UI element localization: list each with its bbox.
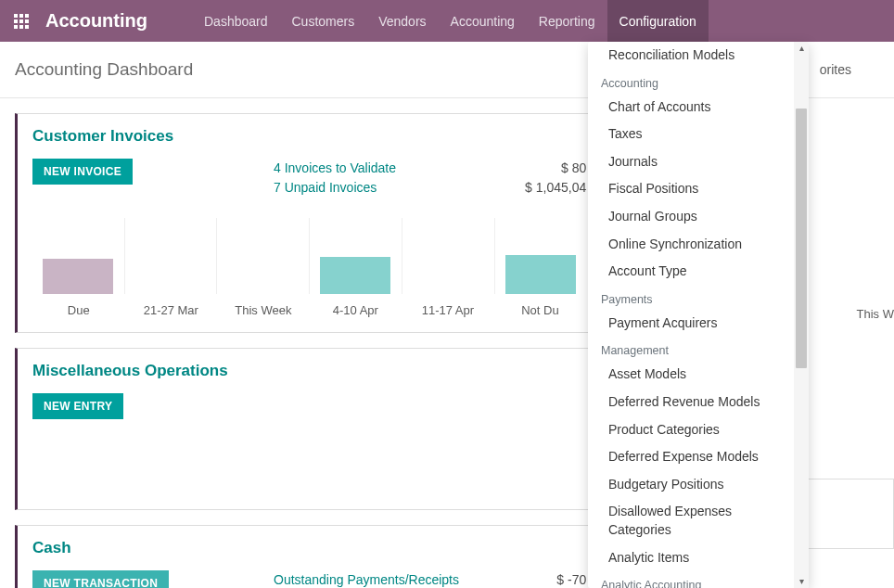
menu-item[interactable]: Journals (588, 148, 809, 176)
chart-slot (309, 218, 402, 294)
nav-item-reporting[interactable]: Reporting (527, 0, 607, 42)
chart-bar (43, 259, 113, 294)
mini-chart-labels: Due21-27 MarThis Week4-10 Apr11-17 AprNo… (32, 303, 586, 317)
chart-label: 21-27 Mar (125, 303, 218, 317)
svg-rect-2 (25, 14, 29, 18)
scroll-down-arrow[interactable]: ▾ (797, 577, 806, 586)
menu-item[interactable]: Product Categories (588, 416, 809, 444)
new-entry-button[interactable]: NEW ENTRY (32, 393, 123, 419)
card-cash: Cash NEW TRANSACTION Outstanding Payment… (15, 525, 602, 588)
svg-rect-6 (14, 25, 18, 29)
svg-rect-5 (25, 19, 29, 23)
menu-item[interactable]: Journal Groups (588, 203, 809, 231)
nav-item-customers[interactable]: Customers (280, 0, 367, 42)
menu-item[interactable]: Budgetary Positions (588, 471, 809, 499)
svg-rect-8 (25, 25, 29, 29)
menu-item[interactable]: Fiscal Positions (588, 175, 809, 203)
menu-section-header: Accounting (588, 70, 809, 94)
amount: $ -70 (478, 570, 586, 588)
new-invoice-button[interactable]: NEW INVOICE (32, 159, 133, 185)
svg-rect-7 (19, 25, 23, 29)
chart-slot (216, 218, 309, 294)
scrollbar[interactable]: ▴ ▾ (794, 42, 809, 588)
card-customer-invoices: Customer Invoices NEW INVOICE 4 Invoices… (15, 113, 602, 333)
chart-slot (32, 218, 124, 294)
chart-slot (124, 218, 217, 294)
amount: $ 1,045,04 (478, 178, 586, 198)
scroll-up-arrow[interactable]: ▴ (797, 44, 806, 53)
chart-slot (494, 218, 587, 294)
menu-item[interactable]: Payment Acquirers (588, 310, 809, 338)
svg-rect-3 (14, 19, 18, 23)
nav-item-vendors[interactable]: Vendors (366, 0, 438, 42)
menu-section-header: Payments (588, 286, 809, 310)
menu-item[interactable]: Chart of Accounts (588, 94, 809, 121)
stat-link[interactable]: Outstanding Payments/Receipts (274, 570, 478, 588)
chart-label: 4-10 Apr (310, 303, 402, 317)
nav-items: DashboardCustomersVendorsAccountingRepor… (192, 0, 709, 42)
menu-item[interactable]: Reconciliation Models (588, 42, 809, 70)
chart-label: Not Du (494, 303, 587, 317)
new-transaction-button[interactable]: NEW TRANSACTION (32, 570, 169, 588)
favorites-chip[interactable]: orites (820, 62, 879, 77)
apps-icon[interactable] (0, 0, 42, 42)
page-title: Accounting Dashboard (15, 59, 193, 80)
menu-item[interactable]: Taxes (588, 121, 809, 148)
menu-item[interactable]: Online Synchronization (588, 231, 809, 259)
scroll-thumb[interactable] (796, 109, 807, 368)
chart-slot (402, 218, 494, 294)
menu-item[interactable]: Deferred Expense Models (588, 443, 809, 471)
app-brand[interactable]: Accounting (42, 10, 164, 32)
svg-rect-0 (14, 14, 18, 18)
menu-item[interactable]: Analytic Items (588, 544, 809, 572)
menu-item[interactable]: Asset Models (588, 361, 809, 389)
card-title: Miscellaneous Operations (32, 362, 586, 380)
card-misc-operations: Miscellaneous Operations NEW ENTRY (15, 348, 602, 510)
nav-item-dashboard[interactable]: Dashboard (192, 0, 280, 42)
stat-link[interactable]: 7 Unpaid Invoices (274, 178, 478, 198)
nav-item-configuration[interactable]: Configuration (607, 0, 709, 42)
chart-bar (320, 257, 390, 294)
svg-rect-1 (19, 14, 23, 18)
chart-label: Due (32, 303, 125, 317)
chart-label: This Week (217, 303, 310, 317)
configuration-dropdown: Reconciliation ModelsAccountingChart of … (588, 42, 809, 588)
card-title: Customer Invoices (32, 127, 586, 146)
stat-link[interactable]: 4 Invoices to Validate (274, 159, 478, 178)
menu-item[interactable]: Deferred Revenue Models (588, 389, 809, 416)
menu-section-header: Analytic Accounting (588, 571, 809, 588)
mini-bar-chart (32, 218, 586, 294)
menu-item[interactable]: Disallowed Expenses Categories (588, 498, 809, 543)
svg-rect-4 (19, 19, 23, 23)
chart-bar (505, 255, 576, 294)
card-title: Cash (32, 539, 586, 557)
amount: $ 80 (478, 159, 586, 178)
top-navbar: Accounting DashboardCustomersVendorsAcco… (0, 0, 894, 42)
menu-section-header: Management (588, 337, 809, 361)
nav-item-accounting[interactable]: Accounting (439, 0, 527, 42)
chart-label: 11-17 Apr (402, 303, 494, 317)
menu-item[interactable]: Account Type (588, 258, 809, 286)
